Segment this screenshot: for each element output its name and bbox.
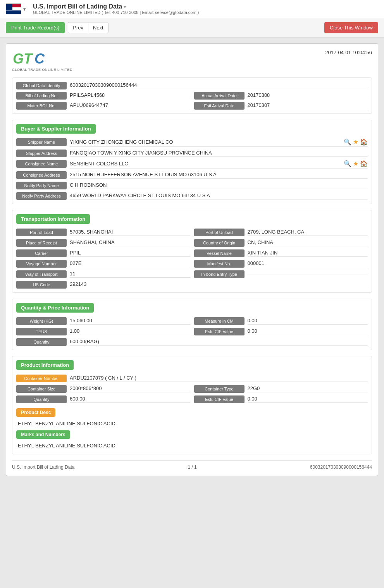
- weight-label: Weight (KG): [16, 317, 67, 325]
- carrier-vessel-row: Carrier PPIL Vessel Name XIN TIAN JIN: [16, 249, 368, 257]
- consignee-icons: 🔍 ★ 🏠: [344, 160, 368, 167]
- container-size-col: Container Size 2000*806*800: [16, 385, 190, 393]
- container-size-value: 2000*806*800: [70, 385, 190, 392]
- shipper-name-row: Shipper Name YIXING CITY ZHONGZHENG CHEM…: [16, 138, 368, 147]
- in-bond-entry-type-value: [248, 274, 368, 275]
- voyage-number-value: 027E: [70, 260, 190, 267]
- record-datetime: 2017-04-01 10:04:56: [325, 50, 372, 55]
- flag-dropdown[interactable]: ▾: [23, 6, 26, 12]
- place-of-receipt-value: SHANGHAI, CHINA: [70, 239, 190, 246]
- esti-arrival-col: Esti Arrival Date 20170307: [194, 102, 368, 110]
- quantity-value: 600.00(BAG): [70, 339, 368, 346]
- logo-area: GT C GLOBAL TRADE ONLINE LIMITED: [12, 50, 72, 72]
- weight-measure-row: Weight (KG) 15,060.00 Measure in CM 0.00: [16, 317, 368, 325]
- place-of-receipt-col: Place of Receipt SHANGHAI, CHINA: [16, 239, 190, 247]
- shipper-name-value-group: YIXING CITY ZHONGZHENG CHEMICAL CO 🔍 ★ 🏠: [70, 138, 368, 147]
- marks-and-numbers-label: Marks and Numbers: [16, 430, 70, 439]
- shipper-search-icon[interactable]: 🔍: [344, 138, 351, 146]
- global-data-identity-value: 600320170303090000156444: [70, 82, 368, 89]
- close-button[interactable]: Close This Window: [324, 22, 378, 33]
- quantity-price-section: Quantity & Price Information Weight (KG)…: [12, 299, 372, 350]
- weight-value: 15,060.00: [70, 318, 190, 325]
- buyer-supplier-title: Buyer & Supplier Information: [16, 124, 96, 134]
- country-of-origin-col: Country of Origin CN, CHINA: [194, 239, 368, 247]
- quantity-row: Quantity 600.00(BAG): [16, 338, 368, 346]
- bol-row: Bill of Lading No. PPILSAPL4568 Actual A…: [16, 92, 368, 100]
- in-bond-entry-type-label: In-bond Entry Type: [194, 270, 245, 278]
- voyage-number-col: Voyage Number 027E: [16, 260, 190, 268]
- consignee-name-row: Consignee Name SENSIENT COLORS LLC 🔍 ★ 🏠: [16, 160, 368, 168]
- way-of-transport-value: 11: [70, 271, 190, 278]
- place-country-row: Place of Receipt SHANGHAI, CHINA Country…: [16, 239, 368, 247]
- bol-no-value: PPILSAPL4568: [70, 92, 190, 99]
- measure-in-cm-label: Measure in CM: [194, 317, 245, 325]
- shipper-name-value: YIXING CITY ZHONGZHENG CHEMICAL CO: [70, 139, 341, 145]
- notify-party-address-label: Notify Party Address: [16, 192, 67, 200]
- global-data-identity-row: Global Data Identity 6003201703030900001…: [16, 82, 368, 89]
- toolbar: Print Trade Record(s) Prev Next Close Th…: [0, 18, 384, 38]
- product-desc-value: ETHYL BENZYL ANILINE SULFONIC ACID: [16, 419, 368, 428]
- carrier-value: PPIL: [70, 250, 190, 257]
- country-of-origin-label: Country of Origin: [194, 239, 245, 247]
- bol-no-label: Bill of Lading No.: [16, 92, 67, 100]
- consignee-name-label: Consignee Name: [16, 160, 67, 168]
- svg-text:C: C: [34, 51, 45, 67]
- prev-button[interactable]: Prev: [68, 22, 88, 33]
- product-esti-cif-label: Esti. CIF Value: [194, 395, 245, 403]
- global-data-identity-label: Global Data Identity: [16, 82, 67, 89]
- consignee-search-icon[interactable]: 🔍: [344, 160, 351, 167]
- actual-arrival-col: Actual Arrival Date 20170308: [194, 92, 368, 100]
- master-bol-col: Mater BOL No. APLU069644747: [16, 102, 190, 110]
- carrier-label: Carrier: [16, 249, 67, 257]
- consignee-star-icon[interactable]: ★: [353, 160, 358, 167]
- consignee-address-label: Consignee Address: [16, 171, 67, 179]
- container-number-label: Container Number: [16, 375, 67, 382]
- consignee-name-value-group: SENSIENT COLORS LLC 🔍 ★ 🏠: [70, 160, 368, 168]
- port-load-unload-row: Port of Load 57035, SHANGHAI Port of Unl…: [16, 229, 368, 236]
- container-number-row: Container Number ARDU2107879 ( CN / L / …: [16, 375, 368, 382]
- product-desc-section: Product Desc ETHYL BENZYL ANILINE SULFON…: [16, 406, 368, 428]
- hs-code-row: HS Code 292143: [16, 281, 368, 289]
- master-bol-row: Mater BOL No. APLU069644747 Esti Arrival…: [16, 102, 368, 110]
- shipper-home-icon[interactable]: 🏠: [360, 138, 368, 146]
- card-header: GT C GLOBAL TRADE ONLINE LIMITED 2017-04…: [12, 50, 372, 72]
- port-load-col: Port of Load 57035, SHANGHAI: [16, 229, 190, 236]
- product-cif-col: Esti. CIF Value 0.00: [194, 395, 368, 403]
- teus-col: TEUS 1.00: [16, 328, 190, 335]
- port-of-unload-label: Port of Unload: [194, 229, 245, 236]
- shipper-address-label: Shipper Address: [16, 150, 67, 157]
- shipper-star-icon[interactable]: ★: [353, 138, 358, 146]
- notify-party-name-row: Notify Party Name C H ROBINSON: [16, 182, 368, 189]
- footer-record-id: 600320170303090000156444: [310, 464, 372, 470]
- logo-svg: GT C: [12, 50, 47, 67]
- footer-page-num: 1 / 1: [188, 464, 196, 470]
- product-section: Product Information Container Number ARD…: [12, 356, 372, 454]
- voyage-number-label: Voyage Number: [16, 260, 67, 268]
- print-button[interactable]: Print Trade Record(s): [6, 22, 65, 33]
- manifest-no-col: Manifest No. 000001: [194, 260, 368, 268]
- shipper-address-row: Shipper Address FANGQIAO TOWN YIXING CIT…: [16, 150, 368, 157]
- notify-party-address-row: Notify Party Address 4659 WORLD PARKWAY …: [16, 192, 368, 200]
- title-dropdown[interactable]: ▾: [124, 4, 126, 10]
- master-bol-value: APLU069644747: [70, 102, 190, 109]
- esti-arrival-date-label: Esti Arrival Date: [194, 102, 245, 110]
- marks-numbers-section: Marks and Numbers ETHYL BENZYL ANILINE S…: [16, 428, 368, 450]
- place-of-receipt-label: Place of Receipt: [16, 239, 67, 247]
- card-footer: U.S. Import Bill of Lading Data 1 / 1 60…: [12, 460, 372, 470]
- product-title: Product Information: [16, 360, 74, 370]
- carrier-col: Carrier PPIL: [16, 249, 190, 257]
- transportation-section: Transportation Information Port of Load …: [12, 210, 372, 293]
- vessel-name-value: XIN TIAN JIN: [248, 250, 368, 257]
- vessel-name-col: Vessel Name XIN TIAN JIN: [194, 249, 368, 257]
- teus-value: 1.00: [70, 328, 190, 335]
- shipper-icons: 🔍 ★ 🏠: [344, 138, 368, 146]
- measure-in-cm-value: 0.00: [248, 318, 368, 325]
- hs-code-value: 292143: [70, 281, 368, 288]
- esti-arrival-date-value: 20170307: [248, 102, 368, 109]
- consignee-home-icon[interactable]: 🏠: [360, 160, 368, 167]
- actual-arrival-date-label: Actual Arrival Date: [194, 92, 245, 100]
- master-bol-label: Mater BOL No.: [16, 102, 67, 110]
- shipper-address-value: FANGQIAO TOWN YIXING CITY JIANGSU PROVIN…: [70, 150, 368, 157]
- esti-cif-value-label: Esti. CIF Value: [194, 328, 245, 335]
- next-button[interactable]: Next: [88, 22, 108, 33]
